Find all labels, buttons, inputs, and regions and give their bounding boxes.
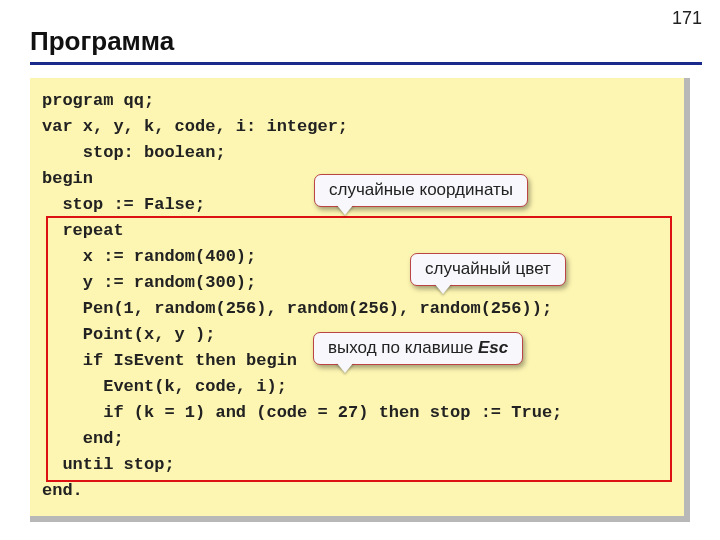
callout-exit-prefix: выход по клавише — [328, 338, 478, 357]
callout-color-tail — [434, 283, 452, 294]
callout-exit: выход по клавише Esc — [313, 332, 523, 365]
callout-coords-text: случайные координаты — [329, 180, 513, 199]
callout-color-text: случайный цвет — [425, 259, 551, 278]
callout-color: случайный цвет — [410, 253, 566, 286]
callout-exit-tail — [336, 362, 354, 373]
title-rule — [30, 62, 702, 65]
code-shadow: program qq; var x, y, k, code, i: intege… — [30, 78, 690, 522]
callout-coords: случайные координаты — [314, 174, 528, 207]
page-number: 171 — [672, 8, 702, 29]
callout-exit-key: Esc — [478, 338, 508, 357]
page-title: Программа — [30, 26, 174, 57]
callout-coords-tail — [336, 204, 354, 215]
